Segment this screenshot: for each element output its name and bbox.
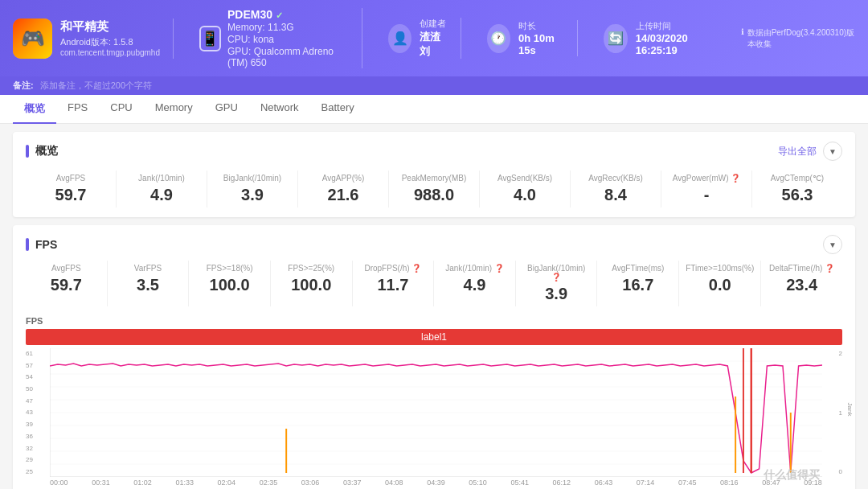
jank-axis-label: Jank	[846, 403, 854, 417]
tab-battery[interactable]: Battery	[310, 95, 366, 124]
fps-y-axis-right: 2 1 0	[839, 348, 842, 477]
metric-avgsend: AvgSend(KB/s) 4.0	[480, 171, 571, 208]
metric-avgapp: AvgAPP(%) 21.6	[298, 171, 389, 208]
fps-title: FPS	[26, 238, 57, 251]
tab-memory[interactable]: Memory	[144, 95, 204, 124]
fps-chart-label-title: FPS	[26, 316, 842, 326]
app-text: 和平精英 Android版本: 1.5.8 com.tencent.tmgp.p…	[60, 19, 160, 57]
app-name: 和平精英	[60, 19, 160, 35]
duration-value: 0h 10m 15s	[518, 32, 564, 56]
header: 和平精英 Android版本: 1.5.8 com.tencent.tmgp.p…	[0, 0, 868, 76]
fps-chart-svg	[50, 348, 822, 477]
fps-section-header: FPS ▼	[26, 235, 842, 254]
fps-line	[50, 364, 822, 473]
overview-metrics: AvgFPS 59.7 Jank(/10min) 4.9 BigJank(/10…	[26, 171, 842, 208]
subtitle-label: 备注:	[13, 80, 34, 92]
fps-section: FPS ▼ AvgFPS 59.7 VarFPS 3.5 FPS>=18(%) …	[13, 225, 855, 489]
app-package: com.tencent.tmgp.pubgmhd	[60, 48, 160, 57]
subtitle-bar: 备注: 添加备注，不超过200个字符	[0, 76, 868, 95]
device-name: PDEM30 ✓	[227, 8, 349, 21]
duration-text: 时长 0h 10m 15s	[518, 20, 564, 56]
tab-network[interactable]: Network	[249, 95, 310, 124]
upload-text: 上传时间 14/03/2020 16:25:19	[636, 20, 715, 56]
device-memory: Memory: 11.3G	[227, 22, 349, 33]
device-badge: ✓	[276, 10, 283, 20]
metric-avgpower: AvgPower(mW) ❓ -	[661, 171, 752, 208]
overview-title-bar	[26, 145, 29, 158]
tab-cpu[interactable]: CPU	[99, 95, 143, 124]
metric-bigjank: BigJank(/10min) 3.9	[207, 171, 298, 208]
app-version-number: 1.5.8	[113, 37, 133, 47]
nav-tabs: 概览 FPS CPU Memory GPU Network Battery	[0, 95, 868, 124]
tab-gpu[interactable]: GPU	[204, 95, 249, 124]
upload-label: 上传时间	[636, 20, 715, 32]
metric-avgfps: AvgFPS 59.7	[26, 171, 117, 208]
fps-expand-button[interactable]: ▼	[823, 235, 842, 254]
overview-expand-button[interactable]: ▼	[823, 142, 842, 161]
metric-jank: Jank(/10min) 4.9	[117, 171, 207, 208]
tab-overview[interactable]: 概览	[13, 95, 56, 124]
fps-chart-label: label1	[26, 329, 842, 345]
creator-value: 渣渣 刘	[420, 30, 447, 59]
fps-metrics: AvgFPS 59.7 VarFPS 3.5 FPS>=18(%) 100.0 …	[26, 261, 842, 306]
upload-stat: 🔄 上传时间 14/03/2020 16:25:19	[591, 20, 727, 56]
app-info: 和平精英 Android版本: 1.5.8 com.tencent.tmgp.p…	[13, 18, 174, 59]
device-text: PDEM30 ✓ Memory: 11.3G CPU: kona GPU: Qu…	[227, 8, 349, 68]
data-source: ℹ 数据由PerfDog(3.4.200310)版本收集	[741, 27, 855, 50]
fps-avgfps: AvgFPS 59.7	[26, 261, 108, 306]
overview-header: 概览 导出全部 ▼	[26, 142, 842, 161]
device-info: 📱 PDEM30 ✓ Memory: 11.3G CPU: kona GPU: …	[186, 8, 362, 68]
app-version: Android版本: 1.5.8	[60, 36, 160, 48]
main-content: 概览 导出全部 ▼ AvgFPS 59.7 Jank(/10min) 4.9 B…	[0, 124, 868, 489]
overview-title: 概览	[26, 144, 58, 158]
fps-y-axis: 61 57 54 50 47 43 39 36 32 29 25	[26, 348, 33, 477]
fps-avgftime: AvgFTime(ms) 16.7	[597, 261, 679, 306]
export-button[interactable]: 导出全部	[778, 145, 817, 158]
fps-varfps: VarFPS 3.5	[108, 261, 190, 306]
overview-section: 概览 导出全部 ▼ AvgFPS 59.7 Jank(/10min) 4.9 B…	[13, 132, 855, 217]
fps-ftime100: FTime>=100ms(%) 0.0	[679, 261, 761, 306]
fps-bigjank: BigJank(/10min) ❓ 3.9	[516, 261, 598, 306]
fps-title-bar	[26, 238, 29, 251]
fps-chart-container: 61 57 54 50 47 43 39 36 32 29 25 2 1 0	[26, 348, 842, 489]
clock-icon: 🕐	[487, 24, 510, 53]
metric-avgrecv: AvgRecv(KB/s) 8.4	[571, 171, 661, 208]
app-icon-image	[13, 18, 52, 59]
metric-avgctemp: AvgCTemp(℃) 56.3	[752, 171, 842, 208]
upload-icon: 🔄	[604, 24, 628, 53]
app-icon	[13, 18, 52, 59]
tab-fps[interactable]: FPS	[56, 95, 99, 124]
device-gpu: GPU: Qualcomm Adreno (TM) 650	[227, 46, 349, 68]
metric-peakmemory: PeakMemory(MB) 988.0	[389, 171, 480, 208]
fps-gte18: FPS>=18(%) 100.0	[189, 261, 271, 306]
fps-jank: Jank(/10min) ❓ 4.9	[434, 261, 516, 306]
duration-label: 时长	[518, 20, 564, 32]
device-cpu: CPU: kona	[227, 34, 349, 45]
fps-dropfps: DropFPS(/h) ❓ 11.7	[353, 261, 435, 306]
creator-stat: 👤 创建者 渣渣 刘	[375, 18, 461, 59]
creator-icon: 👤	[388, 24, 411, 53]
phone-icon: 📱	[199, 26, 221, 51]
watermark: 什么值得买	[764, 468, 820, 483]
upload-value: 14/03/2020 16:25:19	[636, 32, 715, 56]
creator-text: 创建者 渣渣 刘	[420, 18, 447, 59]
duration-stat: 🕐 时长 0h 10m 15s	[474, 20, 578, 56]
fps-gte25: FPS>=25(%) 100.0	[271, 261, 353, 306]
creator-label: 创建者	[420, 18, 447, 30]
subtitle-placeholder: 添加备注，不超过200个字符	[40, 80, 152, 92]
android-label: Android版本:	[60, 37, 111, 47]
fps-deltaftime: DeltaFTime(/h) ❓ 23.4	[761, 261, 842, 306]
fps-x-axis: 00:00 00:31 01:02 01:33 02:04 02:35 03:0…	[26, 479, 842, 487]
